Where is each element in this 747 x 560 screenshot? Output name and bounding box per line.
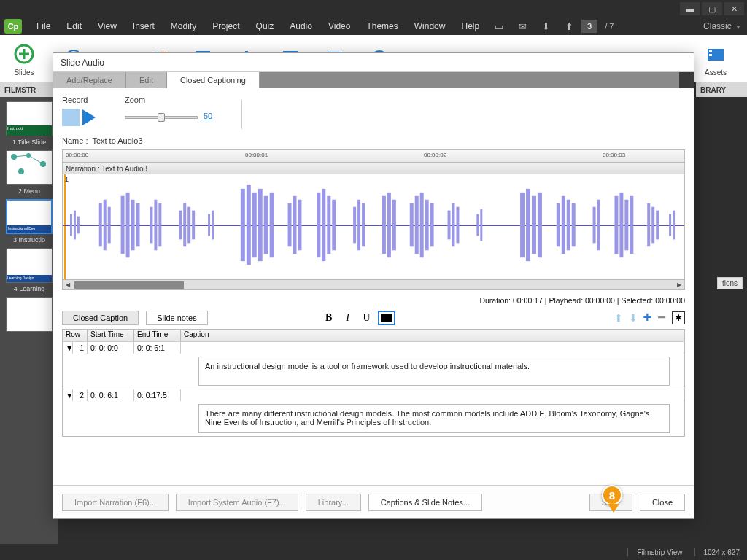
svg-rect-70 [410,203,414,247]
menu-edit[interactable]: Edit [59,20,89,33]
narration-track-label: Narration : Text to Audio3 [62,163,685,174]
svg-rect-97 [669,214,671,236]
svg-rect-45 [179,211,182,240]
add-caption-button[interactable]: + [643,309,652,326]
status-bar: Filmstrip View 1024 x 627 [0,544,747,560]
record-button[interactable] [62,109,80,126]
svg-rect-60 [317,192,320,257]
svg-rect-53 [252,192,257,257]
minimize-button[interactable]: ▬ [680,2,700,15]
import-narration-button[interactable]: Import Narration (F6)... [62,494,169,511]
svg-rect-96 [656,211,659,240]
close-window-button[interactable]: ✕ [724,2,744,15]
slides-tool[interactable]: Slides [6,41,42,77]
menu-project[interactable]: Project [205,20,247,33]
caption-settings-button[interactable]: ✱ [672,311,685,324]
filmstrip-slide[interactable]: Instructional Des 3 Instructio [3,199,55,244]
menu-file[interactable]: File [29,20,58,33]
filmstrip-slide[interactable]: Learning Design 4 Learning [3,248,55,292]
remove-caption-button[interactable]: − [657,309,666,326]
filmstrip-slide[interactable]: Instructi 1 Title Slide [3,101,55,146]
col-row: Row [63,330,88,341]
svg-rect-81 [526,189,530,261]
zoom-value[interactable]: 50 [204,112,212,120]
filmstrip-slide[interactable]: 2 Menu [3,150,55,195]
svg-rect-59 [298,200,301,251]
svg-rect-72 [420,192,424,257]
workspace-selector[interactable]: Classic ▼ [697,21,747,31]
expand-toggle[interactable]: ▼ [63,389,73,401]
status-dimensions: 1024 x 627 [694,548,740,556]
library-button[interactable]: Library... [306,494,361,511]
svg-rect-83 [538,192,542,257]
menu-audio[interactable]: Audio [282,20,320,33]
upload-icon[interactable]: ⬆ [562,20,576,32]
svg-rect-24 [709,50,712,52]
svg-rect-68 [387,192,391,257]
tab-closed-caption[interactable]: Closed Caption [62,311,139,325]
col-caption: Caption [181,330,684,341]
waveform-display[interactable]: 1 [62,174,685,280]
move-up-icon[interactable]: ⬆ [614,312,623,324]
audio-name: Text to Audio3 [92,136,142,145]
filmstrip-slide[interactable] [3,297,55,332]
caption-text[interactable]: An instructional design model is a tool … [198,357,670,386]
captions-notes-button[interactable]: Captions & Slide Notes... [368,494,482,511]
menu-video[interactable]: Video [321,20,357,33]
duration-readout: Duration: 00:00:17 | Playhead: 00:00:00 … [62,296,685,305]
svg-rect-44 [158,203,161,247]
menu-modify[interactable]: Modify [163,20,204,33]
svg-rect-54 [258,189,263,261]
svg-rect-79 [480,209,482,241]
caption-text[interactable]: There are many different instructional d… [198,404,670,433]
caption-row[interactable]: ▼ 1 0: 0: 0:0 0: 0: 6:1 [63,341,684,354]
page-number-input[interactable] [581,20,597,33]
menu-window[interactable]: Window [407,20,453,33]
move-down-icon[interactable]: ⬇ [629,312,638,324]
caption-row[interactable]: ▼ 2 0: 0: 6:1 0: 0:17:5 [63,389,684,401]
menu-quiz[interactable]: Quiz [249,20,282,33]
download-icon[interactable]: ⬇ [539,20,552,32]
svg-rect-56 [270,192,274,257]
maximize-button[interactable]: ▢ [702,2,722,15]
bold-button[interactable]: B [321,311,337,325]
svg-rect-40 [131,200,135,251]
play-button[interactable] [82,109,96,125]
filmstrip-header: FILMSTR [0,82,58,97]
import-system-audio-button[interactable]: Import System Audio (F7)... [176,494,298,511]
menu-view[interactable]: View [90,20,124,33]
underline-button[interactable]: U [359,311,375,325]
tab-add-replace[interactable]: Add/Replace [53,72,126,88]
zoom-slider[interactable] [125,116,198,119]
svg-rect-34 [77,217,80,234]
svg-rect-49 [208,214,210,236]
tab-closed-captioning[interactable]: Closed Captioning [167,72,260,88]
menu-themes[interactable]: Themes [359,20,405,33]
scroll-left-icon[interactable]: ◀ [63,281,73,289]
app-logo: Cp [4,19,22,34]
mail-icon[interactable]: ✉ [516,20,529,32]
tab-slide-notes[interactable]: Slide notes [146,311,207,325]
italic-button[interactable]: I [340,311,356,325]
col-start: Start Time [88,330,134,341]
scrollbar-thumb[interactable] [74,281,184,289]
close-button[interactable]: Close [640,494,685,511]
svg-rect-39 [126,192,130,257]
svg-rect-77 [456,207,459,244]
svg-rect-42 [150,207,152,244]
comment-icon[interactable]: ▭ [492,20,506,32]
assets-tool[interactable]: Assets [697,41,734,77]
tab-edit[interactable]: Edit [126,72,167,88]
svg-rect-78 [476,214,479,236]
divider [241,100,242,129]
svg-rect-90 [614,196,618,254]
menu-insert[interactable]: Insert [125,20,162,33]
svg-rect-55 [264,196,268,254]
expand-toggle[interactable]: ▼ [63,342,73,354]
scroll-right-icon[interactable]: ▶ [674,281,684,289]
waveform-scrollbar[interactable]: ◀ ▶ [62,280,685,290]
svg-rect-58 [293,196,297,254]
menu-help[interactable]: Help [454,20,487,33]
svg-rect-52 [247,185,251,265]
text-color-button[interactable] [378,311,395,325]
